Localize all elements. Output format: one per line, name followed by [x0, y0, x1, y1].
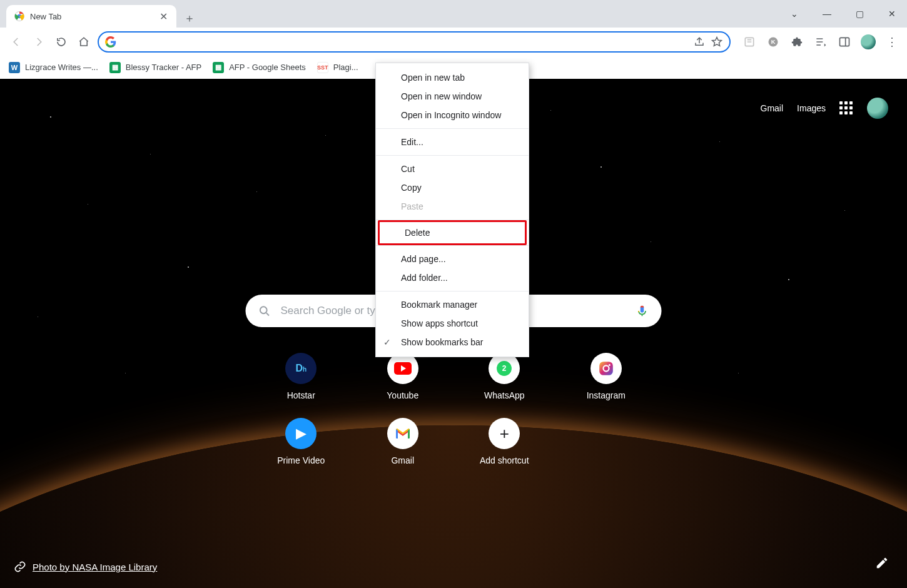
hotstar-icon: Dh	[285, 353, 317, 384]
link-icon	[14, 560, 26, 573]
bookmark-item[interactable]: W Lizgrace Writes —...	[9, 62, 98, 73]
cm-open-incognito[interactable]: Open in Incognito window	[376, 106, 529, 124]
shortcuts-grid: Dh Hotstar Youtube 2 WhatsApp Instagram …	[260, 353, 647, 465]
chrome-favicon-icon	[14, 11, 25, 22]
cm-add-folder[interactable]: Add folder...	[376, 268, 529, 287]
titlebar: New Tab ✕ ＋ ⌄ — ▢ ✕	[0, 0, 907, 28]
svg-rect-5	[840, 38, 849, 46]
tab-new-tab[interactable]: New Tab ✕	[6, 5, 176, 28]
google-top-links: Gmail Images	[761, 98, 888, 119]
search-icon	[258, 305, 271, 317]
bookmark-item[interactable]: ▦ AFP - Google Sheets	[213, 62, 306, 73]
customize-button[interactable]	[871, 552, 893, 574]
shortcut-label: Gmail	[391, 455, 414, 465]
reading-list-icon[interactable]	[742, 34, 757, 49]
sheets-icon: ▦	[109, 62, 121, 73]
chrome-menu-button[interactable]: ⋮	[884, 34, 899, 49]
window-close-button[interactable]: ✕	[883, 5, 901, 23]
gmail-link[interactable]: Gmail	[761, 103, 784, 113]
shortcut-hotstar[interactable]: Dh Hotstar	[260, 353, 343, 400]
shortcut-prime-video[interactable]: ▶ Prime Video	[260, 418, 343, 465]
cm-delete-highlight: Delete	[378, 220, 527, 245]
gmail-icon	[387, 418, 418, 449]
tab-close-button[interactable]: ✕	[158, 9, 169, 24]
shortcut-label: Hotstar	[287, 390, 315, 400]
shortcut-add[interactable]: + Add shortcut	[463, 418, 546, 465]
google-apps-button[interactable]	[839, 101, 853, 115]
bookmark-star-icon[interactable]	[711, 36, 723, 48]
attribution-link[interactable]: Photo by NASA Image Library	[33, 562, 157, 572]
bookmark-label: AFP - Google Sheets	[229, 63, 306, 72]
bookmark-label: Lizgrace Writes —...	[25, 63, 98, 72]
shortcut-gmail[interactable]: Gmail	[362, 418, 445, 465]
shortcut-instagram[interactable]: Instagram	[565, 353, 648, 400]
prime-video-icon: ▶	[285, 418, 317, 449]
cm-open-new-window[interactable]: Open in new window	[376, 87, 529, 106]
cm-edit[interactable]: Edit...	[376, 133, 529, 151]
tabs-strip: New Tab ✕ ＋	[6, 0, 199, 28]
back-button[interactable]	[8, 33, 25, 51]
sst-icon: SST	[317, 62, 328, 73]
home-button[interactable]	[75, 33, 93, 51]
window-controls: ⌄ — ▢ ✕	[786, 0, 907, 28]
toolbar: K ⋮	[0, 28, 907, 56]
images-link[interactable]: Images	[797, 103, 826, 113]
extensions-puzzle-icon[interactable]	[789, 34, 804, 49]
voice-search-icon[interactable]	[636, 304, 649, 318]
google-logo-icon	[105, 36, 116, 48]
window-minimize-button[interactable]: —	[818, 5, 836, 23]
shortcut-label: Youtube	[387, 390, 418, 400]
shortcut-youtube[interactable]: Youtube	[362, 353, 445, 400]
cm-paste: Paste	[376, 197, 529, 216]
tab-title: New Tab	[30, 12, 61, 21]
cm-show-apps-shortcut[interactable]: Show apps shortcut	[376, 314, 529, 333]
cm-open-new-tab[interactable]: Open in new tab	[376, 68, 529, 87]
search-tabs-button[interactable]: ⌄	[786, 5, 803, 23]
wordpress-icon: W	[9, 62, 20, 73]
profile-avatar[interactable]	[861, 34, 876, 49]
shortcut-whatsapp[interactable]: 2 WhatsApp	[463, 353, 546, 400]
cm-show-bookmarks-bar-label: Show bookmarks bar	[401, 337, 484, 347]
window-maximize-button[interactable]: ▢	[851, 5, 868, 23]
cm-delete[interactable]: Delete	[380, 222, 525, 243]
cm-show-bookmarks-bar[interactable]: ✓ Show bookmarks bar	[376, 333, 529, 352]
omnibox[interactable]	[98, 31, 731, 53]
bookmark-label: Plagi...	[333, 63, 358, 72]
bookmark-item[interactable]: SST Plagi...	[317, 62, 358, 73]
background-attribution: Photo by NASA Image Library	[14, 560, 157, 573]
cm-cut[interactable]: Cut	[376, 160, 529, 178]
bookmark-label: Blessy Tracker - AFP	[126, 63, 201, 72]
cm-add-page[interactable]: Add page...	[376, 250, 529, 268]
address-input[interactable]	[121, 37, 688, 48]
youtube-icon	[387, 353, 418, 384]
svg-text:K: K	[771, 39, 776, 45]
sheets-icon: ▦	[213, 62, 224, 73]
whatsapp-icon: 2	[489, 353, 520, 384]
toolbar-right-icons: K ⋮	[736, 34, 899, 49]
svg-point-12	[609, 364, 611, 366]
check-icon: ✓	[383, 337, 391, 348]
shortcut-label: Prime Video	[277, 455, 325, 465]
svg-point-6	[260, 307, 267, 313]
cm-bookmark-manager[interactable]: Bookmark manager	[376, 295, 529, 314]
cm-copy[interactable]: Copy	[376, 178, 529, 197]
plus-icon: +	[489, 418, 520, 449]
extension-k-icon[interactable]: K	[766, 34, 781, 49]
bookmark-item[interactable]: ▦ Blessy Tracker - AFP	[109, 62, 201, 73]
svg-text:2: 2	[502, 364, 507, 373]
share-icon[interactable]	[693, 36, 706, 48]
media-control-icon[interactable]	[813, 34, 828, 49]
reload-button[interactable]	[53, 33, 70, 51]
account-avatar[interactable]	[867, 98, 888, 119]
shortcut-label: WhatsApp	[484, 390, 525, 400]
svg-rect-10	[599, 362, 613, 375]
instagram-icon	[590, 353, 622, 384]
forward-button[interactable]	[30, 33, 48, 51]
sidepanel-icon[interactable]	[837, 34, 852, 49]
bookmark-context-menu: Open in new tab Open in new window Open …	[375, 63, 529, 357]
shortcut-label: Add shortcut	[480, 455, 529, 465]
new-tab-button[interactable]: ＋	[180, 9, 199, 28]
shortcut-label: Instagram	[587, 390, 626, 400]
